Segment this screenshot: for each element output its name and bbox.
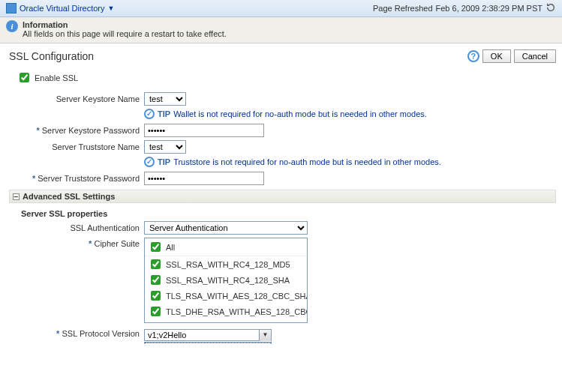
breadcrumb-label: Oracle Virtual Directory [20,4,105,13]
help-icon[interactable]: ? [467,50,479,62]
section-header: SSL Configuration ? OK Cancel [0,43,562,66]
cipher-item: TLS_DHE_RSA_WITH_AES_128_CBC_SHA [145,304,307,319]
cipher-item: TLS_RSA_WITH_AES_128_CBC_SHA [145,288,307,304]
server-ssl-properties-header: Server SSL properties [21,209,562,218]
protocol-label: SSL Protocol Version [62,329,140,338]
cipher-item: SSL_RSA_WITH_RC4_128_MD5 [145,256,307,272]
chevron-down-icon: ▼ [108,4,115,12]
cipher-checkbox[interactable] [151,307,161,316]
cipher-all-label: All [166,243,175,252]
page-refreshed-time: Feb 6, 2009 2:38:29 PM PST [436,4,542,13]
cipher-suite-label: Cipher Suite [94,239,140,248]
truststore-name-select[interactable]: test [144,140,186,154]
app-icon [6,3,17,13]
truststore-tip-text: Truststore is not required for no-auth m… [173,157,441,166]
refresh-icon[interactable] [545,2,556,14]
cipher-checkbox[interactable] [151,291,161,301]
page-refreshed-label: Page Refreshed [373,4,433,13]
tip-icon [144,157,155,167]
truststore-tip: TIP Truststore is not required for no-au… [144,157,562,167]
collapse-icon[interactable]: − [13,193,20,200]
tip-label: TIP [158,157,170,166]
protocol-combo[interactable]: ▼ All v1 v3 v2Hello [144,329,272,341]
cipher-all-checkbox[interactable] [151,242,161,252]
enable-ssl-label: Enable SSL [35,73,78,82]
cipher-list[interactable]: SSL_RSA_WITH_RC4_128_MD5 SSL_RSA_WITH_RC… [145,256,307,322]
info-body: All fields on this page will require a r… [23,29,227,38]
ok-button[interactable]: OK [482,49,511,63]
page-refreshed: Page Refreshed Feb 6, 2009 2:38:29 PM PS… [373,2,556,14]
keystore-tip: TIP Wallet is not required for no-auth m… [144,109,562,119]
cancel-button[interactable]: Cancel [514,49,556,63]
ssl-auth-select[interactable]: Server Authentication [144,221,308,235]
topbar: Oracle Virtual Directory ▼ Page Refreshe… [0,0,562,17]
info-banner: i Information All fields on this page wi… [0,17,562,43]
advanced-title: Advanced SSL Settings [23,192,115,201]
cipher-suite-box: All SSL_RSA_WITH_RC4_128_MD5 SSL_RSA_WIT… [144,238,308,323]
keystore-name-label: Server Keystore Name [21,94,144,103]
protocol-option[interactable]: All [145,343,271,344]
breadcrumb[interactable]: Oracle Virtual Directory ▼ [6,3,114,13]
keystore-name-select[interactable]: test [144,92,186,106]
keystore-tip-text: Wallet is not required for no-auth mode … [173,109,427,118]
tip-icon [144,109,155,119]
ssl-form: Enable SSL Server Keystore Name test TIP… [0,66,562,185]
truststore-name-label: Server Truststore Name [21,142,144,151]
enable-ssl-checkbox[interactable] [20,73,29,82]
truststore-pw-label: Server Truststore Password [38,174,140,183]
advanced-section-header[interactable]: − Advanced SSL Settings [9,190,556,203]
truststore-pw-input[interactable] [144,172,264,185]
page-title: SSL Configuration [9,50,94,62]
protocol-dropdown: All v1 v3 v2Hello [144,342,272,344]
keystore-pw-label: Server Keystore Password [42,126,140,135]
keystore-pw-input[interactable] [144,124,264,137]
cipher-item: SSL_RSA_WITH_RC4_128_SHA [145,272,307,288]
info-icon: i [6,20,18,32]
tip-label: TIP [158,109,170,118]
cipher-item: SSL_RSA_WITH_3DES_EDE_CBC_SHA [145,319,307,322]
info-title: Information [23,20,227,29]
protocol-input[interactable] [144,329,272,341]
cipher-checkbox[interactable] [151,275,161,285]
ssl-auth-label: SSL Authentication [21,223,144,232]
cipher-checkbox[interactable] [151,259,161,269]
chevron-down-icon[interactable]: ▼ [259,330,271,341]
